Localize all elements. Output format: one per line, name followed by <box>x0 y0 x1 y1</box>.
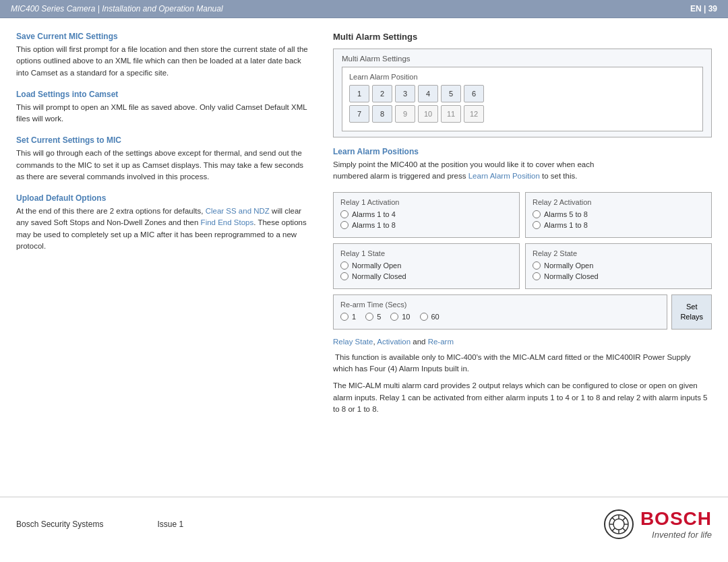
alarm-btn-12[interactable]: 12 <box>464 105 484 123</box>
rearm-option-10: 10 <box>390 313 410 321</box>
upload-default-text: At the end of this there are 2 extra opt… <box>16 206 313 252</box>
svg-line-8 <box>622 518 625 520</box>
rearm-radio-5[interactable] <box>365 313 373 321</box>
alarm-btn-1[interactable]: 1 <box>349 85 369 102</box>
learn-alarm-desc: Simply point the MIC400 at the position … <box>333 159 712 183</box>
footer-company: Bosch Security Systems <box>16 520 103 529</box>
set-relays-button[interactable]: SetRelays <box>671 294 712 330</box>
relay1-state-title: Relay 1 State <box>340 249 512 257</box>
alarm-buttons-row2: 789101112 <box>349 105 696 123</box>
relay1-state-option2: Normally Closed <box>340 272 512 280</box>
alarm-btn-8[interactable]: 8 <box>372 105 392 123</box>
upload-default-link[interactable]: Upload Default Options <box>16 193 313 203</box>
clear-ss-ndz-link[interactable]: Clear SS and NDZ <box>206 207 270 215</box>
alarm-btn-7[interactable]: 7 <box>349 105 369 123</box>
learn-alarm-label: Learn Alarm Position <box>349 73 696 81</box>
learn-alarm-position-inline-link[interactable]: Learn Alarm Position <box>468 172 540 180</box>
svg-line-6 <box>612 518 615 520</box>
rearm-time-title: Re-arm Time (Secs) <box>340 301 660 309</box>
rearm-radio-1[interactable] <box>340 313 348 321</box>
alarm-btn-2[interactable]: 2 <box>372 85 392 102</box>
relay1-state-radio1[interactable] <box>340 261 348 270</box>
relay-state-para1: This function is available only to MIC-4… <box>333 352 712 375</box>
rearm-label-1: 1 <box>352 313 356 321</box>
set-current-link[interactable]: Set Current Settings to MIC <box>16 135 313 145</box>
rearm-time-box: Re-arm Time (Secs) 151060 <box>333 294 667 330</box>
relay2-activation-label1: Alarms 5 to 8 <box>544 210 588 218</box>
activation-link[interactable]: Activation <box>377 338 411 346</box>
learn-alarm-box: Learn Alarm Position 123456 789101112 <box>342 67 703 131</box>
bosch-brand-block: BOSCH Invented for life <box>640 508 712 540</box>
learn-desc-2: numbered alarm is triggered and press <box>333 172 468 180</box>
alarm-btn-4[interactable]: 4 <box>418 85 438 102</box>
rearm-radio-60[interactable] <box>420 313 428 321</box>
header-page: EN | 39 <box>690 4 717 13</box>
left-column: Save Current MIC Settings This option wi… <box>16 32 313 483</box>
relay-state-link[interactable]: Relay State <box>333 338 373 346</box>
section-upload-default: Upload Default Options At the end of thi… <box>16 193 313 252</box>
relay2-state-option2: Normally Closed <box>533 272 704 280</box>
rearm-label-5: 5 <box>377 313 381 321</box>
relay-grid: Relay 1 Activation Alarms 1 to 4 Alarms … <box>333 192 712 289</box>
main-content: Save Current MIC Settings This option wi… <box>0 18 728 497</box>
relay1-activation-label1: Alarms 1 to 4 <box>352 210 396 218</box>
alarm-btn-9[interactable]: 9 <box>395 105 415 123</box>
relay2-state-label2: Normally Closed <box>544 272 599 280</box>
relay1-activation-label2: Alarms 1 to 8 <box>352 221 396 229</box>
alarm-btn-6[interactable]: 6 <box>464 85 484 102</box>
relay1-state-box: Relay 1 State Normally Open Normally Clo… <box>333 243 520 289</box>
relay1-activation-radio2[interactable] <box>340 221 348 229</box>
relay2-activation-radio1[interactable] <box>533 210 541 218</box>
alarm-btn-11[interactable]: 11 <box>441 105 461 123</box>
set-current-text: This will go through each of the setting… <box>16 148 313 183</box>
relay2-state-option1: Normally Open <box>533 261 704 270</box>
relay1-activation-option1: Alarms 1 to 4 <box>340 210 512 218</box>
rearm-option-5: 5 <box>365 313 381 321</box>
relay2-state-label1: Normally Open <box>544 261 593 270</box>
relay1-state-option1: Normally Open <box>340 261 512 270</box>
invented-for-life: Invented for life <box>640 530 712 540</box>
alarm-buttons-row1: 123456 <box>349 85 696 102</box>
load-settings-text: This will prompt to open an XML file as … <box>16 102 313 125</box>
relay1-state-label2: Normally Closed <box>352 272 406 280</box>
relay2-activation-title: Relay 2 Activation <box>533 198 704 206</box>
relay2-state-radio1[interactable] <box>533 261 541 270</box>
relay2-activation-radio2[interactable] <box>533 221 541 229</box>
alarm-btn-10[interactable]: 10 <box>418 105 438 123</box>
section-load-settings: Load Settings into Camset This will prom… <box>16 90 313 125</box>
rearm-option-1: 1 <box>340 313 356 321</box>
learn-alarm-positions-link[interactable]: Learn Alarm Positions <box>333 147 712 156</box>
rearm-option-60: 60 <box>420 313 439 321</box>
re-arm-link[interactable]: Re-arm <box>428 338 454 346</box>
header-bar: MIC400 Series Camera | Installation and … <box>0 0 728 18</box>
alarm-btn-3[interactable]: 3 <box>395 85 415 102</box>
relay-state-links: Relay State, Activation and Re-arm <box>333 336 712 348</box>
relay1-activation-box: Relay 1 Activation Alarms 1 to 4 Alarms … <box>333 192 520 238</box>
relay2-activation-box: Relay 2 Activation Alarms 5 to 8 Alarms … <box>525 192 712 238</box>
footer-left: Bosch Security Systems Issue 1 <box>16 520 183 529</box>
relay1-activation-radio1[interactable] <box>340 210 348 218</box>
relay2-state-box: Relay 2 State Normally Open Normally Clo… <box>525 243 712 289</box>
svg-line-9 <box>612 528 615 530</box>
right-title: Multi Alarm Settings <box>333 32 712 42</box>
save-mic-link[interactable]: Save Current MIC Settings <box>16 32 313 41</box>
rearm-row: Re-arm Time (Secs) 151060 SetRelays <box>333 294 712 330</box>
relay-state-sep2: and <box>411 338 428 346</box>
relay2-state-radio2[interactable] <box>533 272 541 280</box>
alarm-btn-5[interactable]: 5 <box>441 85 461 102</box>
save-mic-text: This option will first prompt for a file… <box>16 44 313 79</box>
header-title: MIC400 Series Camera | Installation and … <box>11 4 223 13</box>
bosch-circle-svg <box>608 513 630 535</box>
learn-desc-1: Simply point the MIC400 at the position … <box>333 160 594 168</box>
relay-state-para2: The MIC-ALM multi alarm card provides 2 … <box>333 380 712 415</box>
relay1-state-radio2[interactable] <box>340 272 348 280</box>
load-settings-link[interactable]: Load Settings into Camset <box>16 90 313 99</box>
rearm-radio-10[interactable] <box>390 313 398 321</box>
relay2-activation-option2: Alarms 1 to 8 <box>533 221 704 229</box>
learn-desc-3: to set this. <box>540 172 578 180</box>
find-end-stops-link[interactable]: Find End Stops <box>201 218 254 226</box>
footer: Bosch Security Systems Issue 1 BOSCH Inv… <box>0 497 728 551</box>
section-set-current: Set Current Settings to MIC This will go… <box>16 135 313 183</box>
bosch-logo-circle <box>604 509 634 539</box>
right-column: Multi Alarm Settings Multi Alarm Setting… <box>333 32 712 483</box>
